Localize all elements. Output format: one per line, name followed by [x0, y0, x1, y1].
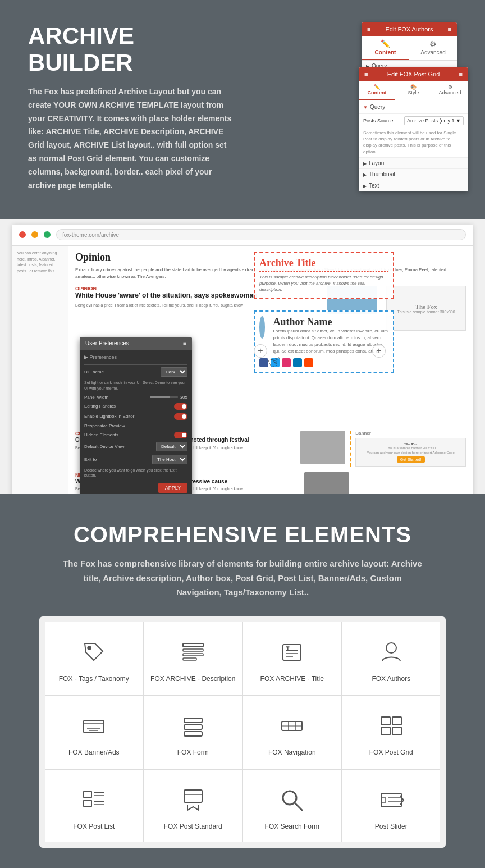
elements-grid-container: FOX - Tags / Taxonomy FOX ARCHIVE - Desc… [39, 616, 446, 848]
fox-banner-label: FOX Banner/Ads [68, 748, 120, 757]
element-fox-tags[interactable]: FOX - Tags / Taxonomy [45, 622, 143, 695]
close-preferences[interactable]: ≡ [183, 340, 186, 346]
tab-pg-advanced[interactable]: ⚙Advanced [432, 81, 468, 100]
svg-point-0 [88, 646, 91, 650]
navigation-icon [277, 711, 306, 741]
elements-grid: FOX - Tags / Taxonomy FOX ARCHIVE - Desc… [45, 622, 440, 843]
svg-rect-23 [392, 727, 401, 735]
close-btn[interactable] [19, 231, 26, 238]
element-fox-post-grid[interactable]: FOX Post Grid [342, 696, 441, 769]
svg-rect-15 [184, 732, 202, 736]
url-bar[interactable]: fox-theme.com/archive [56, 229, 466, 240]
drag-icon[interactable]: ≡ [448, 26, 451, 33]
banner-overlay-2: Banner The Fox This is a sample banner 3… [350, 431, 466, 467]
fox-archive-title-label: FOX ARCHIVE - Title [260, 675, 324, 684]
author-name: Author Name [273, 316, 388, 328]
panel-width-label: Panel Width [84, 395, 108, 400]
element-post-slider[interactable]: Post Slider [342, 770, 441, 843]
widget-header-post-grid: ≡ Edit FOX Post Grid ≡ [359, 67, 468, 81]
widget-tabs-pg: ✏️Content 🎨Style ⚙Advanced [359, 81, 468, 100]
drag-icon-pg[interactable]: ≡ [459, 71, 463, 77]
default-device-select[interactable]: Default [156, 442, 187, 451]
fox-post-standard-label: FOX Post Standard [164, 823, 222, 832]
demo-mockup: fox-theme.com/archive You can enter anyt… [12, 225, 473, 494]
svg-text:T: T [286, 646, 289, 651]
enable-lightbox-toggle[interactable] [174, 413, 187, 420]
exit-to-select[interactable]: The Host [152, 455, 187, 464]
search-icon [277, 785, 306, 815]
demo-banner-box: The Fox This is a sample banner 300x300 [386, 286, 466, 331]
widget-authors-title: Edit FOX Authors [386, 26, 433, 33]
element-fox-banner[interactable]: FOX Banner/Ads [45, 696, 143, 769]
tab-pg-content[interactable]: ✏️Content [359, 81, 395, 100]
editing-handles-row: Editing Handles [84, 403, 187, 410]
hamburger-icon[interactable]: ≡ [367, 26, 370, 33]
exit-to-label: Exit to [84, 457, 97, 462]
element-fox-navigation[interactable]: FOX Navigation [243, 696, 341, 769]
banner-sub: This is a sample banner 300x300 [397, 310, 455, 314]
element-fox-post-list[interactable]: FOX Post List [45, 770, 143, 843]
svg-rect-1 [183, 643, 203, 647]
tab-advanced[interactable]: ⚙ Advanced [409, 36, 457, 60]
svg-point-10 [386, 643, 396, 653]
tab-pg-style[interactable]: 🎨Style [395, 81, 432, 100]
element-fox-authors[interactable]: FOX Authors [342, 622, 441, 695]
svg-rect-14 [184, 725, 202, 729]
hamburger-icon-pg[interactable]: ≡ [364, 71, 368, 77]
svg-rect-3 [183, 654, 203, 656]
authors-icon [377, 638, 406, 667]
article-excerpt: Being evil has a price. I hear a lot of … [75, 303, 322, 308]
archive-desc-text: This is sample archive description place… [259, 274, 388, 293]
archive-builder-section: ARCHIVE BUILDER The Fox has predefined A… [0, 0, 485, 219]
widget-section-pg-text: ▶Text [359, 180, 468, 191]
widget-post-grid-title: Edit FOX Post Grid [387, 71, 440, 77]
apply-button[interactable]: APPLY [158, 483, 187, 493]
demo-sidebar: You can enter anything here. Intros, A b… [12, 246, 68, 494]
archive-builder-widgets: ≡ Edit FOX Authors ≡ ✏️ Content ⚙ Advanc… [251, 22, 457, 202]
enable-lightbox-label: Enable Lightbox In Editor [84, 414, 134, 419]
widget-section-pg-query: ▼Query [359, 100, 468, 114]
svg-rect-24 [84, 791, 91, 798]
ui-theme-select[interactable]: DarkLight [161, 367, 187, 377]
element-fox-search-form[interactable]: FOX Search Form [243, 770, 341, 843]
svg-rect-20 [381, 717, 390, 725]
add-element-right[interactable]: + [372, 344, 386, 358]
comprehensive-description: The Fox has comprehensive library of ele… [60, 556, 425, 600]
fox-post-grid-label: FOX Post Grid [369, 748, 413, 757]
panel-width-value: 305 [180, 395, 187, 400]
demo-section: fox-theme.com/archive You can enter anyt… [0, 219, 485, 494]
svg-rect-22 [381, 727, 390, 735]
svg-rect-4 [183, 658, 196, 660]
archive-builder-title: ARCHIVE BUILDER [28, 22, 234, 76]
archive-builder-description: The Fox has predefined Archive Layout bu… [28, 85, 234, 192]
archive-title-overlay: Archive Title This is sample archive des… [254, 252, 394, 299]
hidden-elements-row: Hidden Elements [84, 432, 187, 438]
comprehensive-title: COMPREHENSIVE ELEMENTS [28, 522, 457, 547]
theme-note: Set light or dark mode in your UI. Selec… [84, 380, 187, 391]
default-device-label: Default Device View [84, 444, 124, 449]
url-text: fox-theme.com/archive [62, 232, 119, 238]
element-fox-archive-title[interactable]: T FOX ARCHIVE - Title [243, 622, 341, 695]
article-img-2 [300, 431, 345, 467]
banner-brand: The Fox [397, 303, 455, 310]
hidden-elements-toggle[interactable] [174, 432, 187, 438]
banner-icon [79, 711, 108, 741]
fox-authors-label: FOX Authors [372, 675, 410, 684]
posts-source-select[interactable]: Archive Posts (only 1 ▼ [404, 116, 464, 125]
slider-icon [377, 785, 406, 815]
tab-content[interactable]: ✏️ Content [362, 36, 409, 60]
ui-theme-label: UI Theme [84, 369, 104, 374]
svg-rect-21 [392, 717, 401, 725]
widget-tabs-authors: ✏️ Content ⚙ Advanced [362, 36, 457, 61]
responsive-preview-label: Responsive Preview [84, 423, 125, 428]
form-icon [179, 711, 208, 741]
element-fox-form[interactable]: FOX Form [144, 696, 242, 769]
element-fox-archive-desc[interactable]: FOX ARCHIVE - Description [144, 622, 242, 695]
element-fox-post-standard[interactable]: FOX Post Standard [144, 770, 242, 843]
maximize-btn[interactable] [44, 231, 51, 238]
tag-icon [79, 638, 108, 667]
sidebar-note: You can enter anything here. Intros, A b… [17, 250, 63, 274]
preferences-title: User Preferences [85, 340, 129, 346]
editing-handles-toggle[interactable] [174, 403, 187, 410]
minimize-btn[interactable] [31, 231, 38, 238]
